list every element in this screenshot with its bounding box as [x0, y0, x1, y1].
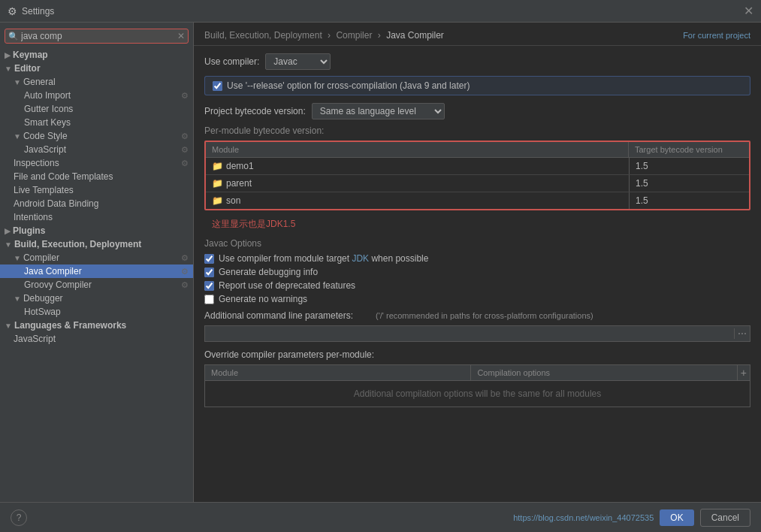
content-panel: Build, Execution, Deployment › Compiler …	[194, 23, 761, 502]
sidebar-item-label: Live Templates	[14, 185, 74, 195]
for-current-project-link[interactable]: For current project	[683, 31, 750, 40]
sidebar-item-keymap[interactable]: ▶ Keymap	[0, 48, 193, 62]
sidebar-item-label: Editor	[14, 63, 41, 74]
url-text: https://blog.csdn.net/weixin_44072535	[513, 513, 654, 522]
module-name: demo1	[226, 161, 254, 171]
module-name: son	[226, 195, 240, 206]
title-bar: ⚙ Settings ✕	[0, 0, 761, 23]
use-jdk-label: Use compiler from module target JDK when…	[219, 253, 428, 264]
breadcrumb: Build, Execution, Deployment › Compiler …	[204, 30, 444, 41]
sidebar-item-label: Inspections	[14, 158, 59, 168]
report-deprecated-checkbox[interactable]	[204, 281, 214, 291]
sidebar-item-compiler[interactable]: ▼ Compiler ⚙	[0, 251, 193, 264]
compiler-select[interactable]: Javac Eclipse	[265, 53, 331, 70]
search-box[interactable]: 🔍 ✕	[5, 29, 189, 44]
gen-no-warnings-checkbox[interactable]	[204, 295, 214, 304]
table-row[interactable]: 📁 parent 1.5	[206, 175, 749, 192]
gen-no-warnings-label: Generate no warnings	[219, 294, 307, 304]
use-jdk-checkbox[interactable]	[204, 254, 214, 264]
add-override-button[interactable]: +	[738, 365, 750, 380]
report-deprecated-label: Report use of deprecated features	[219, 280, 355, 291]
module-name-cell: 📁 demo1	[206, 158, 629, 174]
override-label: Override compiler parameters per-module:	[204, 349, 750, 360]
settings-icon: ⚙	[181, 145, 189, 155]
sidebar-item-inspections[interactable]: Inspections ⚙	[0, 156, 193, 170]
close-button[interactable]: ✕	[744, 4, 753, 18]
sidebar-item-intentions[interactable]: Intentions	[0, 210, 193, 224]
sidebar-item-javascript1[interactable]: JavaScript ⚙	[0, 143, 193, 156]
project-bytecode-label: Project bytecode version:	[204, 106, 306, 116]
sidebar-item-android-data-binding[interactable]: Android Data Binding	[0, 197, 193, 210]
sidebar-item-live-templates[interactable]: Live Templates	[0, 183, 193, 197]
sidebar-item-hotswap[interactable]: HotSwap	[0, 305, 193, 319]
expand-icon: ▼	[14, 78, 21, 86]
sidebar-item-gutter-icons[interactable]: Gutter Icons	[0, 102, 193, 116]
checkbox-use-jdk: Use compiler from module target JDK when…	[204, 253, 750, 264]
content-body: Use compiler: Javac Eclipse Use '--relea…	[194, 46, 761, 502]
sidebar-item-code-style[interactable]: ▼ Code Style ⚙	[0, 129, 193, 143]
sidebar-item-label: Debugger	[23, 293, 63, 304]
expand-icon: ▼	[14, 295, 21, 303]
expand-icon: ▶	[5, 227, 11, 235]
release-option-box: Use '--release' option for cross-compila…	[204, 76, 750, 95]
sidebar-item-smart-keys[interactable]: Smart Keys	[0, 116, 193, 129]
additional-params-hint: ('/' recommended in paths for cross-plat…	[376, 311, 593, 320]
expand-icon: ▼	[5, 240, 12, 249]
sidebar-item-general[interactable]: ▼ General	[0, 75, 193, 89]
settings-icon: ⚙	[181, 253, 189, 263]
sidebar-item-auto-import[interactable]: Auto Import ⚙	[0, 89, 193, 102]
release-option-checkbox[interactable]	[213, 81, 222, 91]
expand-button[interactable]: ⋯	[734, 328, 750, 339]
additional-params-input[interactable]	[205, 326, 734, 341]
jdk-link[interactable]: JDK	[352, 253, 369, 264]
additional-params-input-wrap[interactable]: ⋯	[204, 325, 750, 342]
checkbox-report-deprecated: Report use of deprecated features	[204, 280, 750, 291]
override-table-header: Module Compilation options +	[205, 365, 750, 381]
sidebar-item-groovy-compiler[interactable]: Groovy Compiler ⚙	[0, 278, 193, 292]
sidebar-item-javascript2[interactable]: JavaScript	[0, 332, 193, 346]
additional-params-row: Additional command line parameters: ('/'…	[204, 310, 750, 321]
breadcrumb-sep1: ›	[328, 30, 333, 41]
version-col-header: Target bytecode version	[629, 142, 749, 157]
sidebar-item-plugins[interactable]: ▶ Plugins	[0, 224, 193, 237]
project-bytecode-select[interactable]: Same as language level	[312, 103, 445, 119]
sidebar-item-label: Compiler	[23, 252, 59, 263]
search-icon: 🔍	[8, 32, 19, 41]
settings-icon: ⚙	[181, 280, 189, 290]
module-name-cell: 📁 son	[206, 192, 629, 209]
settings-icon: ⚙	[8, 5, 17, 17]
table-header: Module Target bytecode version	[206, 142, 749, 158]
sidebar-item-file-code-templates[interactable]: File and Code Templates	[0, 170, 193, 183]
javac-options-header: Javac Options	[204, 238, 750, 249]
sidebar-item-lang-frameworks[interactable]: ▼ Languages & Frameworks	[0, 319, 193, 332]
search-input[interactable]	[21, 31, 177, 41]
expand-icon: ▶	[5, 51, 11, 59]
cancel-button[interactable]: Cancel	[700, 509, 750, 527]
table-row[interactable]: 📁 son 1.5	[206, 192, 749, 209]
table-row[interactable]: 📁 demo1 1.5	[206, 158, 749, 175]
sidebar-item-label: JavaScript	[14, 334, 56, 344]
help-button[interactable]: ?	[11, 509, 27, 526]
settings-icon: ⚙	[181, 267, 189, 277]
sidebar-item-label: Languages & Frameworks	[14, 320, 126, 331]
settings-icon: ⚙	[181, 131, 189, 141]
gen-debug-checkbox[interactable]	[204, 268, 214, 277]
settings-icon: ⚙	[181, 91, 189, 101]
project-bytecode-row: Project bytecode version: Same as langua…	[204, 103, 750, 119]
help-icon: ?	[17, 512, 22, 523]
module-icon: 📁	[212, 195, 223, 206]
module-name: parent	[226, 178, 252, 189]
version-cell: 1.5	[629, 175, 749, 192]
sidebar-item-debugger[interactable]: ▼ Debugger	[0, 292, 193, 305]
sidebar-item-label: HotSwap	[24, 307, 61, 317]
ok-button[interactable]: OK	[660, 509, 693, 526]
sidebar-item-editor[interactable]: ▼ Editor	[0, 62, 193, 75]
sidebar-item-java-compiler[interactable]: Java Compiler ⚙	[0, 264, 193, 278]
override-options-col: Compilation options	[471, 365, 737, 380]
module-icon: 📁	[212, 161, 223, 171]
sidebar-item-build-exec-deploy[interactable]: ▼ Build, Execution, Deployment	[0, 237, 193, 251]
sidebar-item-label: Keymap	[13, 50, 48, 60]
module-icon: 📁	[212, 178, 223, 189]
search-clear-button[interactable]: ✕	[177, 31, 185, 41]
additional-params-label: Additional command line parameters:	[204, 310, 370, 321]
